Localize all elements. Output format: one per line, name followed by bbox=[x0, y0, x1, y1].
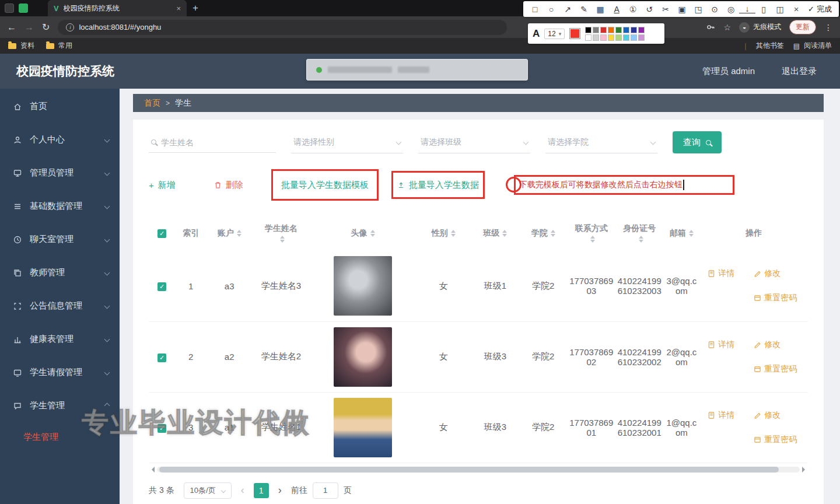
gender-select[interactable]: 请选择性别 bbox=[291, 132, 403, 153]
horizontal-scrollbar[interactable] bbox=[149, 466, 808, 474]
download-tool-icon[interactable]: ↓ bbox=[739, 5, 755, 13]
color-swatch[interactable] bbox=[638, 34, 645, 41]
import-data-button[interactable]: 批量导入学生数据 bbox=[397, 180, 479, 191]
color-swatch[interactable] bbox=[585, 27, 592, 33]
tab-close-icon[interactable]: × bbox=[176, 4, 181, 13]
sidebar-item-chatroom[interactable]: 聊天室管理 bbox=[0, 223, 120, 256]
sidebar-item-personal-center[interactable]: 个人中心 bbox=[0, 123, 120, 156]
row-checkbox[interactable]: ✓ bbox=[158, 282, 166, 291]
cancel-tool-icon[interactable]: × bbox=[788, 4, 804, 14]
page-size-select[interactable]: 10条/页 bbox=[184, 482, 232, 499]
text-tool-icon[interactable]: A bbox=[608, 5, 625, 14]
next-page-button[interactable]: › bbox=[278, 484, 282, 496]
color-swatch[interactable] bbox=[600, 34, 607, 41]
browser-menu-icon[interactable]: ⋮ bbox=[824, 23, 833, 32]
row-checkbox[interactable]: ✓ bbox=[158, 354, 166, 362]
back-icon[interactable]: ← bbox=[7, 22, 16, 33]
select-all-checkbox[interactable]: ✓ bbox=[158, 229, 166, 238]
color-swatch[interactable] bbox=[615, 27, 622, 33]
student-name-input[interactable] bbox=[149, 132, 276, 153]
arrow-tool-icon[interactable]: ↗ bbox=[559, 5, 576, 14]
prev-page-button[interactable]: ‹ bbox=[241, 484, 244, 496]
column-class[interactable]: 班级 bbox=[471, 215, 519, 251]
device-tool-icon[interactable]: ▯ bbox=[755, 5, 772, 14]
site-info-icon[interactable]: i bbox=[66, 23, 74, 32]
reset-password-button[interactable]: 重置密码 bbox=[754, 435, 800, 445]
sidebar-item-student-leave[interactable]: 学生请假管理 bbox=[0, 356, 120, 389]
sidebar-item-admin-management[interactable]: 管理员管理 bbox=[0, 156, 120, 190]
student-name-field[interactable] bbox=[161, 138, 274, 147]
color-swatch[interactable] bbox=[623, 27, 629, 33]
logout-button[interactable]: 退出登录 bbox=[782, 66, 817, 77]
color-swatch[interactable] bbox=[631, 27, 637, 33]
pin-tool-icon[interactable]: ⊙ bbox=[706, 5, 723, 14]
class-select[interactable]: 请选择班级 bbox=[418, 132, 530, 153]
color-swatch[interactable] bbox=[623, 34, 629, 41]
column-email[interactable]: 邮箱 bbox=[663, 215, 699, 251]
system-app-icon[interactable] bbox=[5, 4, 14, 13]
current-page-button[interactable]: 1 bbox=[254, 483, 269, 498]
scrollbar-track[interactable] bbox=[157, 467, 800, 473]
delete-button[interactable]: 删除 bbox=[214, 180, 243, 191]
column-phone[interactable]: 联系方式 bbox=[568, 215, 615, 251]
detail-button[interactable]: 详情 bbox=[708, 268, 754, 279]
sidebar-item-basic-data[interactable]: 基础数据管理 bbox=[0, 190, 120, 223]
column-idcard[interactable]: 身份证号 bbox=[615, 215, 663, 251]
serial-tool-icon[interactable]: ① bbox=[625, 5, 641, 14]
edit-button[interactable]: 修改 bbox=[754, 340, 800, 350]
ellipse-tool-icon[interactable]: ○ bbox=[543, 5, 559, 14]
edit-button[interactable]: 修改 bbox=[754, 268, 800, 279]
browser-tab[interactable]: V 校园疫情防控系统 × bbox=[48, 0, 187, 16]
reset-password-button[interactable]: 重置密码 bbox=[754, 293, 800, 303]
color-swatch[interactable] bbox=[608, 34, 614, 41]
add-button[interactable]: + 新增 bbox=[149, 180, 176, 191]
target-tool-icon[interactable]: ◎ bbox=[723, 5, 739, 14]
color-swatch[interactable] bbox=[593, 34, 599, 41]
scroll-left-icon[interactable] bbox=[149, 467, 155, 473]
undo-tool-icon[interactable]: ↺ bbox=[641, 5, 657, 14]
color-swatch[interactable] bbox=[615, 34, 622, 41]
row-checkbox[interactable]: ✓ bbox=[158, 424, 166, 433]
edit-button[interactable]: 修改 bbox=[754, 410, 800, 421]
pinned-app-icon[interactable] bbox=[19, 4, 28, 13]
sidebar-item-announcement[interactable]: 公告信息管理 bbox=[0, 289, 120, 323]
color-swatch[interactable] bbox=[600, 27, 607, 33]
import-template-button[interactable]: 批量导入学生数据模板 bbox=[281, 180, 369, 191]
column-college[interactable]: 学院 bbox=[519, 215, 567, 251]
expand-tool-icon[interactable]: ◳ bbox=[690, 5, 706, 14]
column-avatar[interactable]: 头像 bbox=[310, 215, 415, 251]
sidebar-item-student-management[interactable]: 学生管理 bbox=[0, 389, 120, 422]
color-swatch[interactable] bbox=[608, 27, 614, 33]
goto-page-input[interactable] bbox=[313, 482, 338, 499]
column-gender[interactable]: 性别 bbox=[416, 215, 471, 251]
sidebar-item-health-form[interactable]: 健康表管理 bbox=[0, 323, 120, 356]
reset-password-button[interactable]: 重置密码 bbox=[754, 364, 800, 374]
copy-tool-icon[interactable]: ▣ bbox=[674, 5, 690, 14]
rect-tool-icon[interactable]: □ bbox=[527, 5, 543, 14]
color-swatch[interactable] bbox=[593, 27, 599, 33]
bookmark-folder-1[interactable]: 资料 bbox=[8, 41, 34, 51]
new-tab-button[interactable]: + bbox=[192, 2, 198, 14]
annotation-done-button[interactable]: ✓ 完成 bbox=[804, 4, 835, 15]
pen-tool-icon[interactable]: ✎ bbox=[576, 5, 592, 14]
sidebar-item-home[interactable]: 首页 bbox=[0, 90, 120, 123]
crop-tool-icon[interactable]: ✂ bbox=[657, 5, 674, 14]
selected-color-swatch[interactable] bbox=[569, 28, 580, 39]
color-swatch[interactable] bbox=[585, 34, 592, 41]
detail-button[interactable]: 详情 bbox=[708, 340, 754, 350]
sidebar-item-teacher-management[interactable]: 教师管理 bbox=[0, 256, 120, 289]
scroll-right-icon[interactable] bbox=[802, 467, 808, 473]
bookmark-folder-2[interactable]: 常用 bbox=[46, 41, 72, 51]
url-field[interactable]: i localhost:8081/#/yonghu bbox=[58, 20, 507, 35]
detail-button[interactable]: 详情 bbox=[708, 410, 754, 421]
bookmark-tool-icon[interactable]: ◫ bbox=[772, 5, 788, 14]
breadcrumb-home-link[interactable]: 首页 bbox=[144, 98, 160, 108]
reload-icon[interactable]: ↻ bbox=[42, 22, 50, 33]
column-name[interactable]: 学生姓名 bbox=[252, 215, 310, 251]
bookmark-star-icon[interactable]: ☆ bbox=[723, 23, 731, 32]
forward-icon[interactable]: → bbox=[24, 22, 34, 33]
column-account[interactable]: 账户 bbox=[206, 215, 252, 251]
key-icon[interactable] bbox=[706, 23, 715, 32]
reading-list-button[interactable]: ▤ 阅读清单 bbox=[793, 41, 832, 51]
font-size-select[interactable]: 12 ▾ bbox=[544, 29, 565, 39]
